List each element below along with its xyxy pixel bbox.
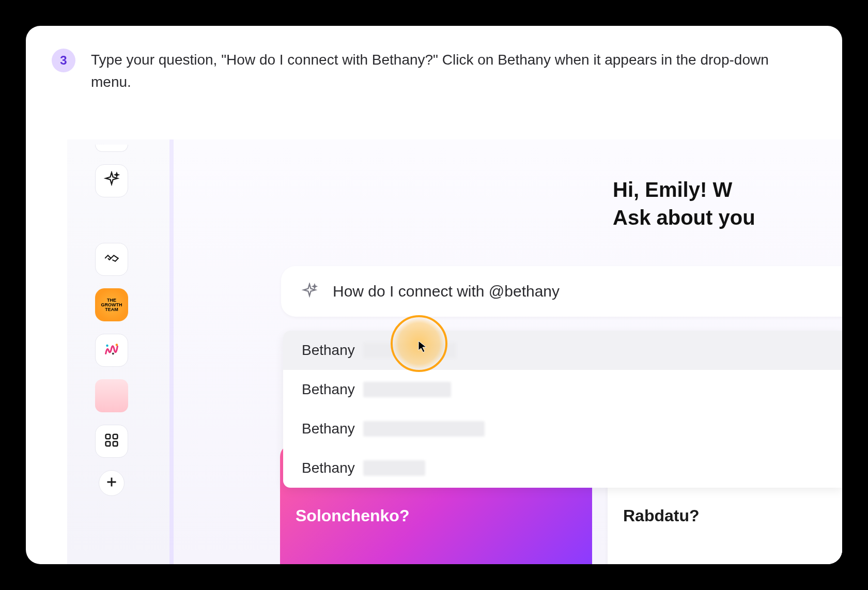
dropdown-item-name: Bethany	[302, 381, 355, 398]
mention-dropdown: Bethany Bethany Bethany Bethany	[283, 331, 842, 488]
question-input-value: How do I connect with @bethany	[333, 283, 560, 300]
svg-rect-4	[113, 434, 118, 439]
dropdown-item[interactable]: Bethany	[283, 331, 842, 370]
step-number-badge: 3	[52, 49, 75, 72]
growth-team-icon: THEGROWTHTEAM	[101, 298, 122, 312]
rail-app-button[interactable]	[95, 334, 128, 367]
svg-rect-5	[106, 442, 111, 446]
dropdown-item-name: Bethany	[302, 421, 355, 437]
suggestion-card-label: Rabdatu?	[623, 506, 700, 525]
svg-point-2	[112, 353, 114, 355]
question-input[interactable]: How do I connect with @bethany	[281, 266, 842, 317]
instruction-text: Type your question, "How do I connect wi…	[91, 49, 804, 94]
app-screenshot: THEGROWTHTEAM	[67, 139, 842, 564]
dropdown-item[interactable]: Bethany	[283, 448, 842, 488]
svg-rect-6	[113, 442, 118, 446]
rail-apps-grid-button[interactable]	[95, 425, 128, 458]
main-panel: Hi, Emily! W Ask about you How do I conn…	[174, 139, 842, 564]
nav-rail: THEGROWTHTEAM	[93, 139, 130, 496]
suggestion-card-label: Solonchenko?	[296, 506, 409, 525]
dropdown-item[interactable]: Bethany	[283, 409, 842, 448]
rail-assistant-button[interactable]	[95, 164, 128, 197]
redacted-surname	[363, 421, 485, 437]
svg-point-1	[116, 344, 118, 346]
plus-icon	[103, 473, 120, 493]
redacted-surname	[363, 343, 456, 358]
rail-divider	[169, 139, 174, 564]
rail-growth-team-button[interactable]: THEGROWTHTEAM	[95, 288, 128, 321]
app-logo-icon	[103, 340, 120, 360]
sparkle-icon	[103, 171, 120, 191]
dropdown-item-name: Bethany	[302, 460, 355, 476]
dropdown-item-name: Bethany	[302, 342, 355, 359]
svg-point-0	[106, 345, 109, 347]
sparkle-icon	[301, 283, 318, 300]
handshake-icon	[103, 250, 120, 269]
greeting-heading: Hi, Emily! W Ask about you	[613, 176, 755, 231]
grid-icon	[103, 431, 120, 451]
tutorial-card: 3 Type your question, "How do I connect …	[26, 26, 842, 564]
redacted-surname	[363, 382, 451, 397]
svg-rect-3	[106, 434, 111, 439]
dropdown-item[interactable]: Bethany	[283, 370, 842, 409]
instruction-row: 3 Type your question, "How do I connect …	[26, 26, 842, 109]
rail-pink-button[interactable]	[95, 379, 128, 412]
redacted-surname	[363, 460, 425, 476]
rail-add-button[interactable]	[99, 470, 125, 496]
rail-partial-item	[95, 145, 128, 152]
rail-handshake-button[interactable]	[95, 243, 128, 276]
